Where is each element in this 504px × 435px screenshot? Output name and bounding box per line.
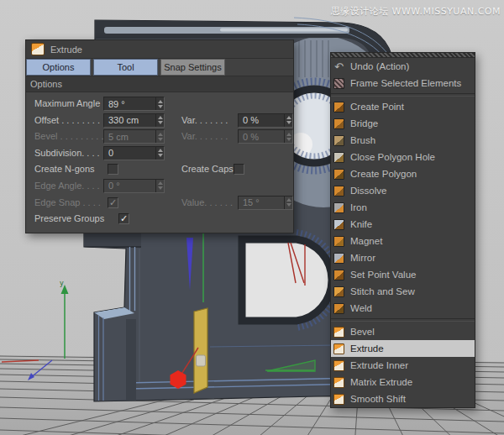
- dialog-row-bevel: Bevel . . . . . . . . .5 cmVar. . . . . …: [26, 128, 293, 145]
- iron-icon: [333, 202, 344, 213]
- value-edge-snap-spinner[interactable]: [284, 197, 292, 209]
- offset-value: 330 cm: [104, 115, 155, 125]
- dialog-row-create-n-gons: Create N-gonsCreate Caps: [26, 161, 293, 178]
- menu-item-matrix-extrude[interactable]: Matrix Extrude: [331, 374, 475, 390]
- field-label-edge-snap: Edge Snap . . . .: [34, 197, 101, 207]
- extrude-icon: [333, 343, 344, 354]
- dialog-row-maximum-angle: Maximum Angle89 °: [26, 96, 293, 113]
- context-menu: ↶Undo (Action)Frame Selected ElementsCre…: [330, 52, 475, 408]
- subdivision-spinner[interactable]: [155, 147, 164, 160]
- menu-item-label: Bevel: [350, 327, 375, 337]
- dialog-row-edge-angle: Edge Angle. . . .0 °: [26, 178, 293, 195]
- extrude-inner-icon: [333, 360, 344, 371]
- menu-item-bridge[interactable]: Bridge: [331, 115, 475, 132]
- dialog-tabs: OptionsToolSnap Settings: [26, 59, 293, 76]
- menu-item-knife[interactable]: Knife: [331, 216, 475, 233]
- var-offset-value: 0 %: [239, 115, 284, 125]
- offset-spinner[interactable]: [155, 114, 164, 127]
- dialog-title: Extrude: [50, 45, 82, 55]
- dialog-title-bar[interactable]: Extrude: [26, 40, 293, 59]
- watermark: 思缘设计论坛 WWW.MISSYUAN.COM: [331, 5, 501, 18]
- edge-angle-input[interactable]: 0 °: [103, 179, 165, 193]
- bevel-input[interactable]: 5 cm: [103, 129, 165, 144]
- menu-item-stitch-and-sew[interactable]: Stitch and Sew: [331, 283, 475, 300]
- dialog-rows: Maximum Angle89 °Offset . . . . . . . .3…: [26, 92, 293, 233]
- matrix-extrude-icon: [333, 377, 344, 388]
- preserve-groups-checkbox[interactable]: ✓: [118, 213, 129, 224]
- field-label-bevel: Bevel . . . . . . . . .: [34, 131, 104, 141]
- field-label-create-n-gons: Create N-gons: [34, 164, 95, 174]
- menu-item-extrude-inner[interactable]: Extrude Inner: [331, 357, 475, 374]
- menu-item-label: Create Polygon: [350, 169, 417, 179]
- create-caps-create-n-gons-checkbox[interactable]: [234, 164, 244, 175]
- maximum-angle-spinner[interactable]: [155, 97, 164, 110]
- tab-options[interactable]: Options: [26, 59, 91, 76]
- maximum-angle-input[interactable]: 89 °: [103, 97, 165, 111]
- menu-item-create-point[interactable]: Create Point: [331, 98, 475, 115]
- value-edge-snap-input[interactable]: 15 °: [238, 196, 293, 210]
- polygon-handle[interactable]: [197, 355, 206, 366]
- stitch-and-sew-icon: [333, 286, 344, 297]
- field-label-subdivision: Subdivision. . . .: [34, 148, 100, 158]
- smooth-shift-icon: [333, 394, 344, 405]
- dialog-row-edge-snap: Edge Snap . . . .✓Value. . . . . .15 °: [26, 195, 293, 212]
- menu-item-label: Magnet: [350, 236, 382, 246]
- menu-item-label: Matrix Extrude: [350, 377, 412, 387]
- axis-y-label: y: [60, 280, 64, 287]
- options-section-header: Options: [26, 76, 293, 92]
- menu-item-label: Knife: [350, 219, 372, 229]
- menu-item-label: Extrude: [350, 343, 384, 354]
- create-polygon-icon: [333, 169, 344, 180]
- menu-item-iron[interactable]: Iron: [331, 199, 475, 216]
- edge-angle-value: 0 °: [104, 181, 155, 191]
- bevel-value: 5 cm: [104, 132, 155, 142]
- menu-item-smooth-shift[interactable]: Smooth Shift: [331, 390, 475, 407]
- menu-item-weld[interactable]: Weld: [331, 300, 475, 317]
- menu-item-label: Stitch and Sew: [350, 286, 415, 296]
- var-offset-spinner[interactable]: [284, 114, 292, 127]
- bevel-icon: [333, 327, 344, 338]
- field-label-create-caps: Create Caps: [181, 164, 234, 174]
- menu-item-brush[interactable]: Brush: [331, 132, 475, 149]
- var-bevel-input[interactable]: 0 %: [238, 129, 293, 144]
- offset-input[interactable]: 330 cm: [103, 113, 165, 128]
- menu-item-label: Undo (Action): [350, 61, 409, 71]
- var-offset-input[interactable]: 0 %: [238, 113, 293, 128]
- menu-item-magnet[interactable]: Magnet: [331, 233, 475, 249]
- dialog-row-preserve-groups: Preserve Groups✓: [26, 211, 293, 228]
- menu-item-mirror[interactable]: Mirror: [331, 249, 475, 266]
- menu-item-undo-action[interactable]: ↶Undo (Action): [331, 58, 475, 75]
- subdivision-input[interactable]: 0: [103, 146, 165, 160]
- field-label-maximum-angle: Maximum Angle: [34, 98, 100, 108]
- create-n-gons-checkbox[interactable]: [108, 164, 118, 175]
- field-label-offset: Offset . . . . . . . .: [34, 115, 100, 125]
- menu-separator: [331, 93, 475, 97]
- menu-item-label: Create Point: [350, 102, 404, 112]
- bevel-spinner[interactable]: [155, 130, 164, 143]
- menu-item-label: Frame Selected Elements: [350, 78, 461, 88]
- menu-item-set-point-value[interactable]: Set Point Value: [331, 266, 475, 283]
- menu-item-label: Mirror: [350, 253, 375, 263]
- menu-item-label: Close Polygon Hole: [350, 152, 435, 162]
- menu-item-create-polygon[interactable]: Create Polygon: [331, 165, 475, 182]
- menu-item-close-polygon-hole[interactable]: Close Polygon Hole: [331, 149, 475, 165]
- dialog-row-subdivision: Subdivision. . . .0: [26, 145, 293, 162]
- dissolve-icon: [333, 186, 344, 197]
- var-bevel-spinner[interactable]: [284, 130, 292, 143]
- menu-item-extrude[interactable]: Extrude: [331, 340, 475, 357]
- dialog-row-offset: Offset . . . . . . . .330 cmVar. . . . .…: [26, 113, 293, 129]
- edge-snap-checkbox[interactable]: ✓: [108, 197, 118, 208]
- menu-item-bevel[interactable]: Bevel: [331, 323, 475, 340]
- menu-item-label: Weld: [350, 303, 372, 313]
- tab-snap-settings[interactable]: Snap Settings: [160, 59, 225, 76]
- menu-item-dissolve[interactable]: Dissolve: [331, 182, 475, 199]
- edge-angle-spinner[interactable]: [155, 180, 164, 192]
- maximum-angle-value: 89 °: [104, 99, 155, 109]
- menu-item-label: Bridge: [350, 118, 378, 128]
- close-polygon-hole-icon: [333, 152, 344, 163]
- field-label-value: Value. . . . . .: [181, 197, 233, 207]
- menu-item-label: Extrude Inner: [350, 360, 408, 370]
- frame-selected-icon: [333, 78, 344, 89]
- tab-tool[interactable]: Tool: [93, 59, 158, 76]
- menu-item-frame-selected-elements[interactable]: Frame Selected Elements: [331, 75, 475, 92]
